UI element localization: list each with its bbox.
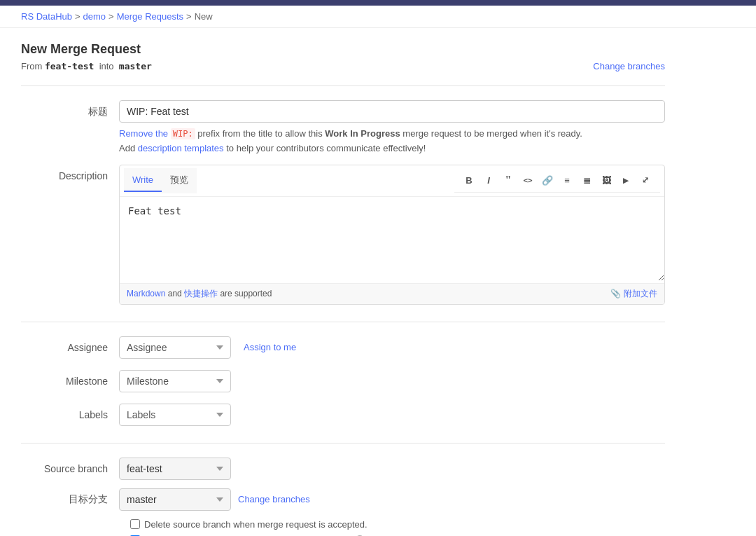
labels-field: Labels [119,404,665,426]
editor-tabs: Write 预览 [124,168,197,193]
list-ol-button[interactable]: ≣ [578,171,596,189]
source-branch-row-label: Source branch [21,463,119,474]
breadcrumb-sep-2: > [108,11,114,22]
list-ul-button[interactable]: ≡ [558,171,576,189]
assignee-row: Assignee Assignee Assign to me [21,336,665,359]
section-divider-1 [21,322,665,322]
attach-file-button[interactable]: 📎 附加文件 [610,288,657,300]
title-input[interactable] [119,100,665,123]
wip-prefix-tag: WIP: [171,128,195,139]
change-branches-bottom-link[interactable]: Change branches [238,494,310,504]
wip-remove-link[interactable]: Remove the [119,128,168,139]
section-divider-2 [21,443,665,444]
attach-label: 附加文件 [624,288,657,300]
change-branches-top-link[interactable]: Change branches [593,61,665,71]
italic-button[interactable]: I [479,171,498,189]
title-label: 标题 [21,100,119,118]
breadcrumb-demo[interactable]: demo [83,11,106,22]
expand-button[interactable]: ⤢ [636,171,654,189]
breadcrumb-bar: RS DataHub > demo > Merge Requests > New [0,6,756,28]
target-branch-row: 目标分支 master Change branches [21,488,665,511]
markdown-link[interactable]: Markdown [127,289,165,298]
assign-me-link[interactable]: Assign to me [244,342,296,352]
delete-source-row: Delete source branch when merge request … [130,519,665,530]
source-branch-select[interactable]: feat-test [119,458,231,480]
assignee-label: Assignee [21,336,119,353]
image-button[interactable]: 🖼 [597,171,615,189]
shortcuts-link[interactable]: 快捷操作 [184,289,218,298]
assignee-field: Assignee Assign to me [119,336,665,359]
source-branch-row: Source branch feat-test [21,458,665,480]
header-divider [21,85,665,86]
target-branch-row-label: 目标分支 [21,493,119,506]
labels-select[interactable]: Labels [119,404,231,426]
description-label: Description [21,165,119,181]
editor-top-bar: Write 预览 B I " <> 🔗 ≡ ≣ 🖼 ▶ [120,165,664,197]
target-branch-label: master [119,61,152,71]
quote-button[interactable]: " [499,171,517,189]
milestone-select[interactable]: Milestone [119,370,231,392]
description-field: Write 预览 B I " <> 🔗 ≡ ≣ 🖼 ▶ [119,165,665,305]
video-button[interactable]: ▶ [617,171,635,189]
description-row: Description Write 预览 B I " <> 🔗 [21,165,665,305]
attach-icon: 📎 [610,289,621,298]
breadcrumb-rs-datahub[interactable]: RS DataHub [21,11,72,22]
editor-footer: Markdown and 快捷操作 are supported 📎 附加文件 [120,283,664,304]
breadcrumb-new: New [195,11,213,22]
page-title: New Merge Request [21,42,665,57]
milestone-label: Milestone [21,370,119,387]
wip-notice: Remove the WIP: prefix from the title to… [119,127,665,141]
desc-suffix: to help your contributors communicate ef… [226,143,426,153]
delete-source-label: Delete source branch when merge request … [144,519,368,530]
title-row: 标题 Remove the WIP: prefix from the title… [21,100,665,153]
editor-toolbar: B I " <> 🔗 ≡ ≣ 🖼 ▶ ⤢ [454,168,660,193]
breadcrumb-sep-1: > [75,11,80,22]
bold-button[interactable]: B [460,171,478,189]
code-button[interactable]: <> [519,171,537,189]
delete-source-checkbox[interactable] [130,519,140,529]
tab-write[interactable]: Write [124,169,162,192]
editor-container: Write 预览 B I " <> 🔗 ≡ ≣ 🖼 ▶ [119,165,665,305]
source-branch-label: feat-test [45,61,94,71]
assignee-select[interactable]: Assignee [119,336,231,359]
title-field: Remove the WIP: prefix from the title to… [119,100,665,153]
markdown-notice: Markdown and 快捷操作 are supported [127,288,272,300]
breadcrumb-sep-3: > [186,11,192,22]
desc-notice: Add description templates to help your c… [119,143,665,153]
breadcrumb-merge-requests[interactable]: Merge Requests [117,11,183,22]
description-textarea[interactable]: Feat test [120,197,664,281]
link-button[interactable]: 🔗 [538,171,556,189]
milestone-row: Milestone Milestone [21,370,665,392]
tab-preview[interactable]: 预览 [162,168,197,193]
top-bar [0,0,756,6]
wip-suffix-text: merge request to be merged when it's rea… [402,128,582,139]
desc-templates-link[interactable]: description templates [138,143,224,153]
target-branch-select[interactable]: master [119,488,231,511]
labels-row: Labels Labels [21,404,665,426]
wip-middle-text: prefix from the title to allow this [197,128,325,139]
labels-label: Labels [21,404,119,420]
milestone-field: Milestone [119,370,665,392]
branch-info-text: From feat-test into master [21,61,152,71]
wip-bold-text: Work In Progress [325,128,400,139]
